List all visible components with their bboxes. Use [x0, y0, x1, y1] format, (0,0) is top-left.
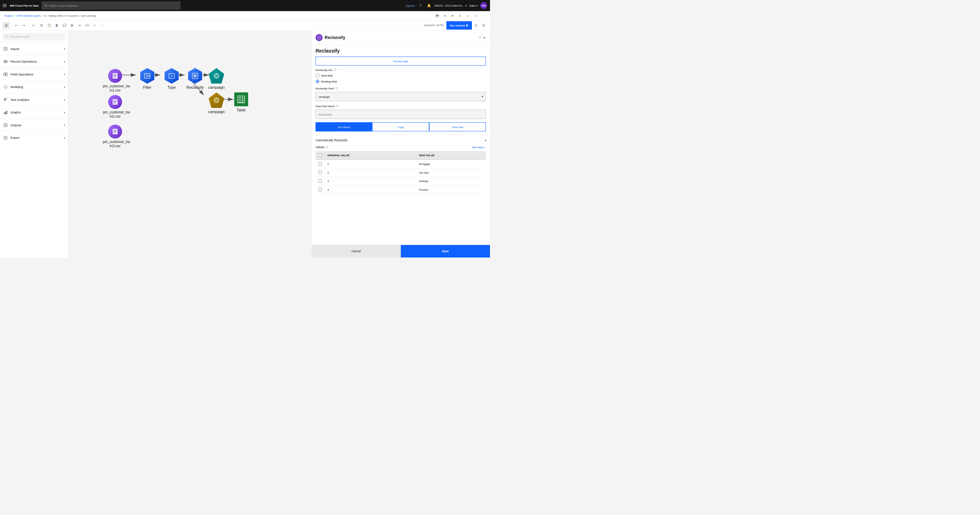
- search-input[interactable]: [49, 4, 178, 7]
- location-selector[interactable]: Dallas ▾: [469, 4, 477, 7]
- radio-new-field-circle[interactable]: [316, 74, 320, 78]
- values-info-icon[interactable]: ⓘ: [326, 146, 328, 149]
- radio-existing-field[interactable]: Existing field: [316, 80, 486, 83]
- sidebar-field-ops-header[interactable]: Field Operations ▾: [0, 68, 68, 81]
- delete-btn[interactable]: 🗑: [53, 22, 60, 29]
- notifications-icon[interactable]: 🔔: [426, 3, 431, 8]
- sidebar-record-ops-header[interactable]: Record Operations ▾: [0, 55, 68, 68]
- palette-view-btn[interactable]: ⊞: [3, 22, 10, 29]
- dropdown-chevron: ▾: [482, 95, 483, 98]
- canvas-area[interactable]: pm_customer_tra in1.csv pm_customer_tra …: [68, 30, 311, 257]
- node-campaign2[interactable]: campaign: [208, 92, 225, 114]
- preview-data-button[interactable]: Preview data: [316, 57, 486, 66]
- svg-text:T: T: [171, 75, 172, 78]
- undo-btn[interactable]: ↩: [13, 22, 20, 29]
- clear-new-button[interactable]: Clear new: [429, 123, 486, 132]
- sidebar-section-record-ops[interactable]: Record Operations ▾: [0, 55, 68, 68]
- reclassify-field-info[interactable]: ⓘ: [335, 87, 338, 90]
- autosave-text: Autosaved 1:35 PM: [424, 24, 444, 27]
- account-selector[interactable]: 2560722 - CPD Content De... ▾: [434, 4, 466, 7]
- more-btn[interactable]: ⋯: [99, 22, 106, 29]
- info-icon[interactable]: ℹ: [465, 13, 471, 18]
- node-campaign1[interactable]: campaign: [208, 68, 225, 90]
- outputs-icon: [3, 123, 8, 128]
- settings-icon[interactable]: ⚙: [442, 13, 447, 18]
- node-type[interactable]: T Type: [164, 68, 180, 90]
- sidebar-export-header[interactable]: Export ▾: [0, 132, 68, 144]
- search-bar[interactable]: [3, 33, 65, 40]
- palette-search-input[interactable]: [10, 35, 63, 38]
- cut-btn[interactable]: ✂: [30, 22, 37, 29]
- auto-layout-btn[interactable]: ⊠: [68, 22, 75, 29]
- node-reclassify[interactable]: Reclassify: [186, 68, 204, 90]
- node-filler[interactable]: Filler: [140, 68, 155, 90]
- download-icon[interactable]: ⬇: [457, 13, 463, 18]
- radio-existing-field-circle[interactable]: [316, 80, 320, 83]
- sidebar-import-header[interactable]: Import ▾: [0, 43, 68, 55]
- select-all-checkbox[interactable]: [318, 153, 322, 157]
- panel-collapse-btn[interactable]: ‹: [311, 139, 315, 149]
- sidebar-section-import[interactable]: Import ▾: [0, 43, 68, 56]
- panel-edit-icon[interactable]: ✏: [483, 35, 486, 40]
- copy-button[interactable]: Copy: [372, 123, 429, 132]
- sidebar-text-analytics-header[interactable]: Text Analytics ▾: [0, 94, 68, 106]
- table-header-row: ORIGINAL VALUE NEW VALUE: [316, 151, 486, 160]
- save-button[interactable]: Save: [401, 245, 490, 257]
- canvas-toolbar: ⊞ ↩ ↪ ✂ ⧉ 📋 🗑 💬 ⊠ ⇔ </> ✓ ⋯ Autosaved 1:…: [0, 20, 490, 30]
- toolbar-extra1[interactable]: ⊡: [473, 22, 480, 29]
- node-csv2[interactable]: pm_customer_tra in2.csv: [103, 95, 127, 118]
- panel-help-icon[interactable]: ?: [479, 36, 480, 40]
- new-field-name-info[interactable]: ⓘ: [336, 105, 339, 108]
- sidebar-section-outputs[interactable]: Outputs ▾: [0, 119, 68, 132]
- copy-btn[interactable]: ⧉: [38, 22, 45, 29]
- toolbar-extra2[interactable]: ⊟: [480, 22, 487, 29]
- node-table[interactable]: Table: [234, 92, 248, 112]
- breadcrumb-projects[interactable]: Projects: [4, 14, 13, 17]
- svg-point-63: [214, 98, 219, 103]
- auto-reclassify-header[interactable]: Automatically Reclassify ▾: [312, 135, 490, 145]
- sidebar-section-modeling[interactable]: Modeling ▾: [0, 81, 68, 94]
- fit-btn[interactable]: ⇔: [76, 22, 83, 29]
- cancel-button[interactable]: Cancel: [312, 245, 401, 257]
- hamburger-menu[interactable]: [3, 3, 8, 8]
- sidebar-modeling-header[interactable]: Modeling ▾: [0, 81, 68, 93]
- validate-btn[interactable]: ✓: [91, 22, 99, 29]
- node-csv1[interactable]: pm_customer_tra in1.csv: [103, 69, 127, 92]
- node-csv3[interactable]: pm_customer_tra in3.csv: [103, 124, 127, 148]
- comment-btn[interactable]: 💬: [61, 22, 68, 29]
- row-checkbox-3[interactable]: [318, 188, 322, 191]
- breadcrumb: Projects / SPSS Modeler project / 12 - M…: [0, 11, 490, 20]
- sidebar-outputs-header[interactable]: Outputs ▾: [0, 119, 68, 132]
- row-checkbox-0[interactable]: [318, 162, 322, 166]
- row-checkbox-1[interactable]: [318, 171, 322, 174]
- reclassify-field-select[interactable]: campaign ▾: [316, 92, 486, 101]
- sidebar-section-text-analytics[interactable]: Text Analytics ▾: [0, 94, 68, 107]
- sidebar-section-field-ops[interactable]: Field Operations ▾: [0, 68, 68, 81]
- avatar[interactable]: PW: [480, 2, 487, 9]
- more-icon[interactable]: ⋮: [480, 13, 486, 18]
- redo-btn[interactable]: ↪: [21, 22, 27, 29]
- svg-rect-18: [6, 111, 7, 114]
- row-checkbox-2[interactable]: [318, 179, 322, 183]
- sidebar-section-graphs[interactable]: Graphs ▾: [0, 106, 68, 119]
- paste-btn[interactable]: 📋: [46, 22, 52, 29]
- top-navigation: IBM Cloud Pak for Data Upgrade ? 🔔 25607…: [0, 0, 490, 11]
- history-icon[interactable]: 🕐: [473, 13, 478, 18]
- sidebar-graphs-header[interactable]: Graphs ▾: [0, 106, 68, 119]
- code-btn[interactable]: </>: [84, 22, 91, 29]
- radio-new-field[interactable]: New field: [316, 74, 486, 78]
- new-field-name-input[interactable]: [316, 110, 486, 119]
- global-search[interactable]: [41, 2, 180, 10]
- sidebar-section-export[interactable]: Export ▾: [0, 132, 68, 144]
- new-value-cell: Pension: [416, 185, 486, 194]
- share-icon[interactable]: ⇄: [450, 13, 455, 18]
- run-selected-button[interactable]: Run selected: [446, 21, 472, 30]
- table-node-shape: [234, 92, 248, 107]
- reclassify-into-info[interactable]: ⓘ: [334, 69, 336, 72]
- breadcrumb-spss[interactable]: SPSS Modeler project: [16, 14, 40, 17]
- help-icon[interactable]: ?: [418, 3, 423, 8]
- upgrade-button[interactable]: Upgrade: [406, 4, 415, 7]
- add-value-button[interactable]: Add value +: [472, 146, 486, 149]
- save-icon[interactable]: 💾: [434, 13, 440, 18]
- get-values-button[interactable]: Get values: [316, 123, 372, 132]
